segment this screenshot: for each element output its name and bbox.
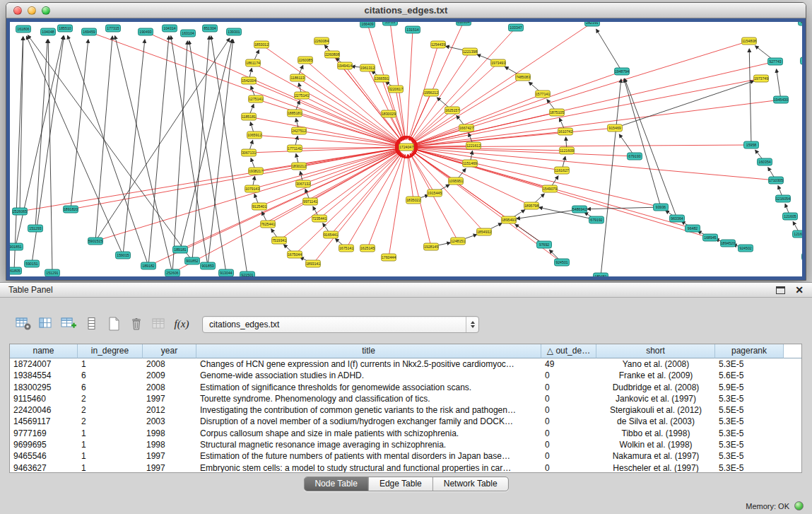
graph-node[interactable]: 9165441 [324,231,339,238]
graph-node[interactable]: 1667427 [459,124,474,132]
graph-edge[interactable] [624,79,661,207]
graph-node[interactable]: 1861174 [246,59,261,66]
graph-node[interactable]: 3067132 [296,180,311,187]
table-cell[interactable]: 5.5E-5 [715,404,784,416]
graph-node[interactable]: 1895493 [502,216,517,223]
function-icon[interactable]: f(x) [172,315,191,333]
graph-edge[interactable] [777,69,781,100]
graph-edge[interactable] [95,149,399,241]
new-page-icon[interactable] [105,315,123,333]
graph-node[interactable]: 901851 [10,243,23,250]
graph-edge[interactable] [208,40,233,266]
graph-node[interactable]: 7519341 [272,237,287,244]
table-cell[interactable]: 0 [541,462,596,473]
table-cell[interactable]: 0 [541,393,596,404]
tab-edge-table[interactable]: Edge Table [369,477,433,491]
table-cell[interactable]: 5.3E-5 [715,358,784,370]
graph-node[interactable]: 190493 [139,28,153,35]
table-row[interactable]: 946554611997Estimation of the future num… [10,450,801,462]
graph-node[interactable]: 1675141 [339,245,354,252]
graph-node[interactable]: 2260084 [314,37,329,45]
graph-edge[interactable] [615,81,754,128]
graph-edge[interactable] [35,40,47,228]
table-row[interactable]: 2242004622012Investigating the contribut… [10,404,801,416]
graph-node[interactable]: 2427512 [292,127,307,134]
graph-edge[interactable] [414,62,775,146]
table-cell[interactable]: Nakamura et al. (1997) [596,450,715,462]
graph-node[interactable]: 1186113 [290,74,305,81]
graph-node[interactable]: 1973493 [491,59,506,66]
graph-node[interactable]: 139301 [227,28,242,35]
graph-node[interactable]: 1928145 [424,243,439,250]
graph-node[interactable]: 1830212 [292,163,307,170]
graph-node[interactable]: 1915445 [428,189,442,197]
table-cell[interactable]: 5.3E-5 [715,428,784,439]
graph-node[interactable]: 901853 [201,262,216,269]
graph-edge[interactable] [396,89,405,139]
graph-edge[interactable] [319,152,400,218]
column-header-year[interactable]: year [143,344,196,358]
close-window-button[interactable] [13,6,22,15]
graph-node[interactable]: 121605 [783,213,798,220]
graph-node[interactable]: 131514 [406,26,420,33]
graph-node[interactable]: 1895798 [524,202,539,209]
graph-node[interactable]: 103347 [509,24,524,31]
graph-edge[interactable] [172,41,187,273]
table-cell[interactable]: Dudbridge et al. (2008) [596,382,715,393]
table-cell[interactable]: 1997 [143,450,196,462]
graph-node[interactable]: 1577141 [536,90,551,98]
graph-node[interactable]: 851304 [203,25,218,32]
graph-node[interactable]: 1121609 [560,147,575,154]
table-row[interactable]: 1456911722003Disruption of a novel membe… [10,416,801,427]
graph-node[interactable]: 160354 [758,158,772,165]
graph-node[interactable]: 924502 [739,245,753,252]
graph-edge[interactable] [20,148,399,211]
graph-node[interactable]: 1885181 [288,110,302,117]
graph-edge[interactable] [172,151,399,273]
table-cell[interactable]: Estimation of the future numbers of pati… [196,450,541,462]
table-cell[interactable]: 5.3E-5 [715,439,784,450]
graph-node[interactable]: 185510 [58,25,73,32]
column-visibility-icon[interactable] [37,315,55,333]
column-header-pagerank[interactable]: pagerank [715,344,784,358]
graph-edge[interactable] [407,30,413,139]
graph-node[interactable]: 1830029 [382,110,396,117]
graph-node[interactable]: 104048 [41,28,56,35]
graph-edge[interactable] [414,147,635,156]
graph-edge[interactable] [192,36,209,261]
graph-node[interactable]: 913044 [219,269,234,276]
table-cell[interactable]: Tourette syndrome. Phenomenology and cla… [196,393,541,404]
graph-node[interactable]: 1891820 [64,206,78,213]
graph-node[interactable]: 15958 [744,141,759,148]
table-cell[interactable]: 0 [541,450,596,462]
table-cell[interactable]: 9699695 [10,439,78,450]
network-view[interactable]: 1724047185301218611741542004127514111851… [10,22,802,276]
table-cell[interactable]: Yano et al. (2008) [596,358,715,370]
table-cell[interactable]: Genome-wide association studies in ADHD. [196,370,541,381]
graph-node[interactable]: 3067131 [242,149,257,156]
table-cell[interactable]: 19384554 [10,370,78,381]
graph-edge[interactable] [414,78,761,146]
graph-node[interactable]: 151293 [28,225,43,232]
graph-node[interactable]: 1760444 [382,254,396,261]
table-cell[interactable]: Corpus callosum shape and size in male p… [196,428,541,439]
graph-node[interactable]: 679192 [589,216,604,223]
graph-node[interactable]: 1095951 [449,177,464,185]
graph-edge[interactable] [146,32,399,144]
graph-node[interactable]: 94183 [799,22,803,25]
graph-node[interactable]: 1542004 [242,77,257,84]
table-cell[interactable]: 9115460 [10,393,78,404]
graph-edge[interactable] [14,37,23,271]
graph-edge[interactable] [410,22,464,140]
graph-node[interactable]: 1549079 [543,185,558,192]
table-cell[interactable]: 9463627 [10,462,78,473]
graph-node[interactable]: 1854932 [477,228,492,235]
graph-node[interactable]: 189451 [594,273,608,276]
graph-edge[interactable] [299,131,399,146]
table-cell[interactable]: 1997 [143,393,196,404]
table-cell[interactable]: 6 [78,382,143,393]
graph-node[interactable]: 1948794 [615,68,630,75]
table-cell[interactable]: 5.3E-5 [715,462,784,473]
table-cell[interactable]: 2003 [143,416,196,427]
graph-edge[interactable] [413,110,452,142]
